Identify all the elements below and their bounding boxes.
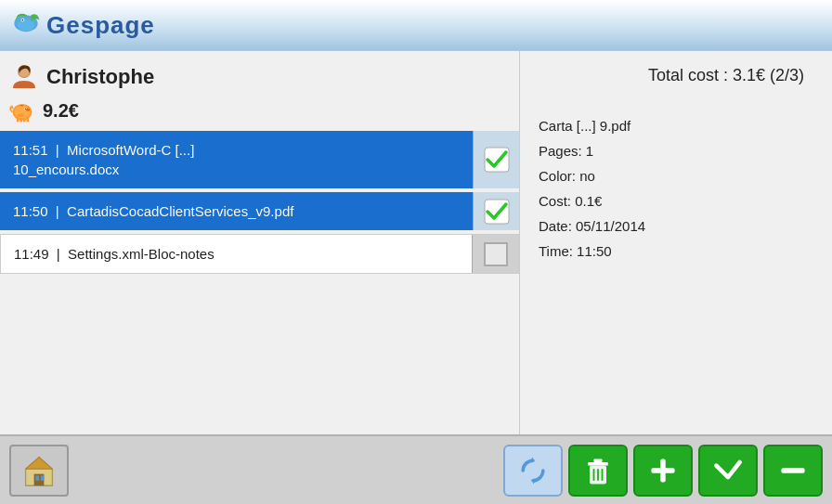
doc-color: Color: no <box>539 163 813 188</box>
plus-icon <box>646 454 680 487</box>
job-content: 11:51 | MicrosoftWord-C [...] 10_encours… <box>0 131 473 188</box>
user-info: Christophe <box>0 58 519 96</box>
svg-point-3 <box>22 19 24 21</box>
balance-row: 9.2€ <box>0 96 519 125</box>
doc-name: Carta [...] 9.pdf <box>539 113 813 138</box>
validate-button[interactable] <box>698 445 758 497</box>
checkmark-icon <box>483 146 511 174</box>
job-row[interactable]: 11:51 | MicrosoftWord-C [...] 10_encours… <box>0 131 519 188</box>
svg-rect-37 <box>781 468 804 472</box>
refresh-icon <box>516 454 550 487</box>
logo-icon <box>9 8 43 42</box>
job-checkbox[interactable] <box>473 192 519 230</box>
svg-point-1 <box>18 19 34 32</box>
left-panel: Christophe <box>0 51 520 434</box>
doc-details: Carta [...] 9.pdf Pages: 1 Color: no Cos… <box>539 113 813 264</box>
svg-marker-23 <box>26 457 53 469</box>
validate-icon <box>711 454 745 487</box>
job-filename: 10_encours.docx <box>13 160 460 179</box>
svg-rect-19 <box>26 118 29 122</box>
header: Gespage <box>0 0 832 51</box>
recycle-icon <box>581 454 615 487</box>
piggy-icon <box>9 97 35 123</box>
toolbar <box>0 434 832 504</box>
balance: 9.2€ <box>43 100 79 122</box>
job-time-name: 11:49 | Settings.xml-Bloc-notes <box>14 244 459 264</box>
minus-icon <box>776 454 810 487</box>
job-checkbox[interactable] <box>473 131 519 188</box>
username: Christophe <box>46 65 154 89</box>
job-time-name: 11:50 | CartadisCocadClientServices_v9.p… <box>13 201 460 221</box>
doc-date: Date: 05/11/2014 <box>539 213 813 239</box>
home-button[interactable] <box>9 445 69 497</box>
svg-point-9 <box>18 114 24 118</box>
svg-rect-25 <box>35 475 39 480</box>
svg-rect-36 <box>651 468 674 472</box>
job-content: 11:50 | CartadisCocadClientServices_v9.p… <box>0 192 473 230</box>
right-panel: Total cost : 3.1€ (2/3) Carta [...] 9.pd… <box>520 51 832 434</box>
doc-time: Time: 11:50 <box>539 239 813 264</box>
refresh-button[interactable] <box>503 445 563 497</box>
svg-rect-31 <box>594 459 603 462</box>
svg-rect-26 <box>41 475 45 480</box>
job-checkbox[interactable] <box>472 235 518 273</box>
job-list: 11:51 | MicrosoftWord-C [...] 10_encours… <box>0 131 519 274</box>
recycle-button[interactable] <box>568 445 628 497</box>
checkbox-empty <box>484 242 508 266</box>
svg-rect-18 <box>23 118 26 122</box>
job-time-name: 11:51 | MicrosoftWord-C [...] <box>13 140 460 160</box>
svg-rect-15 <box>20 105 23 106</box>
svg-rect-30 <box>588 462 608 466</box>
svg-point-12 <box>26 108 30 111</box>
svg-point-11 <box>25 109 26 110</box>
total-cost: Total cost : 3.1€ (2/3) <box>539 66 813 85</box>
logo-area: Gespage <box>9 8 155 42</box>
remove-button[interactable] <box>763 445 823 497</box>
svg-point-13 <box>27 110 28 110</box>
job-row[interactable]: 11:49 | Settings.xml-Bloc-notes <box>0 234 519 274</box>
add-button[interactable] <box>633 445 693 497</box>
user-icon <box>9 62 39 92</box>
svg-rect-17 <box>20 118 22 122</box>
home-icon <box>22 454 56 487</box>
logo-text: Gespage <box>46 11 155 40</box>
svg-rect-16 <box>17 118 20 122</box>
doc-pages: Pages: 1 <box>539 138 813 163</box>
checkmark-icon <box>483 198 511 226</box>
svg-point-14 <box>28 110 29 110</box>
job-row[interactable]: 11:50 | CartadisCocadClientServices_v9.p… <box>0 192 519 230</box>
job-content: 11:49 | Settings.xml-Bloc-notes <box>1 235 472 273</box>
doc-cost: Cost: 0.1€ <box>539 188 813 213</box>
main-content: Christophe <box>0 51 832 434</box>
